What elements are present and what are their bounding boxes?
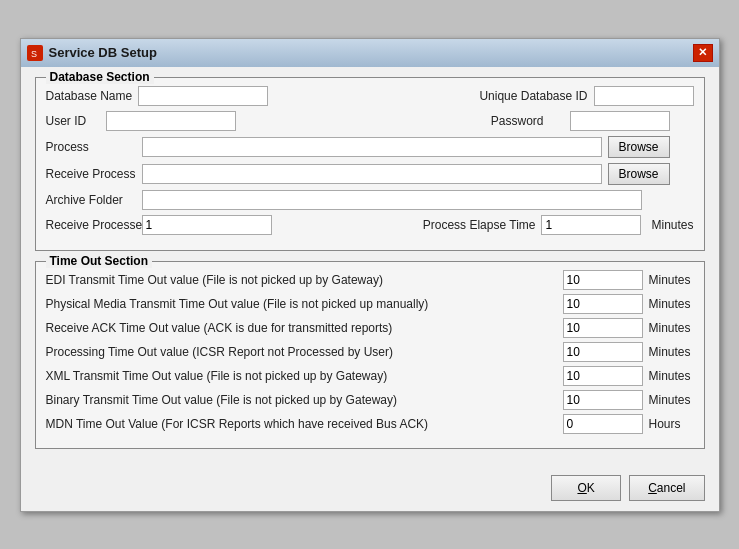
process-label: Process	[46, 140, 136, 154]
user-id-row: User ID Password	[46, 111, 694, 131]
timeout-row: Binary Transmit Time Out value (File is …	[46, 390, 694, 410]
process-input[interactable]	[142, 137, 602, 157]
timeout-row-label: Binary Transmit Time Out value (File is …	[46, 393, 557, 407]
timeout-row-label: EDI Transmit Time Out value (File is not…	[46, 273, 557, 287]
timeout-row-label: XML Transmit Time Out value (File is not…	[46, 369, 557, 383]
recv-procs-row: Receive Processes Process Elapse Time Mi…	[46, 215, 694, 235]
timeout-row: Processing Time Out value (ICSR Report n…	[46, 342, 694, 362]
password-input[interactable]	[570, 111, 670, 131]
unique-id-label: Unique Database ID	[479, 89, 587, 103]
elapse-input[interactable]	[541, 215, 641, 235]
timeout-value-input[interactable]	[563, 366, 643, 386]
db-name-row: Database Name Unique Database ID	[46, 86, 694, 106]
recv-procs-label: Receive Processes	[46, 218, 136, 232]
timeout-row-label: Physical Media Transmit Time Out value (…	[46, 297, 557, 311]
timeout-row-label: Receive ACK Time Out value (ACK is due f…	[46, 321, 557, 335]
archive-row: Archive Folder	[46, 190, 694, 210]
cancel-button[interactable]: Cancel	[629, 475, 704, 501]
app-icon: S	[27, 45, 43, 61]
timeout-rows: EDI Transmit Time Out value (File is not…	[46, 270, 694, 434]
bottom-bar: OK Cancel	[21, 469, 719, 511]
timeout-row: EDI Transmit Time Out value (File is not…	[46, 270, 694, 290]
receive-process-label: Receive Process	[46, 167, 136, 181]
timeout-value-input[interactable]	[563, 318, 643, 338]
elapse-minutes-label: Minutes	[651, 218, 693, 232]
receive-browse-button[interactable]: Browse	[608, 163, 670, 185]
timeout-unit-label: Minutes	[649, 321, 694, 335]
timeout-unit-label: Minutes	[649, 393, 694, 407]
database-section-title: Database Section	[46, 70, 154, 84]
timeout-value-input[interactable]	[563, 414, 643, 434]
timeout-section-title: Time Out Section	[46, 254, 152, 268]
db-name-label: Database Name	[46, 89, 133, 103]
user-id-label: User ID	[46, 114, 87, 128]
timeout-unit-label: Hours	[649, 417, 694, 431]
password-label: Password	[491, 114, 544, 128]
ok-label: OK	[577, 481, 594, 495]
timeout-row-label: MDN Time Out Value (For ICSR Reports whi…	[46, 417, 557, 431]
timeout-row: Receive ACK Time Out value (ACK is due f…	[46, 318, 694, 338]
timeout-unit-label: Minutes	[649, 369, 694, 383]
title-bar: S Service DB Setup ✕	[21, 39, 719, 67]
db-name-input[interactable]	[138, 86, 268, 106]
timeout-value-input[interactable]	[563, 342, 643, 362]
svg-text:S: S	[31, 49, 37, 59]
recv-procs-input[interactable]	[142, 215, 272, 235]
cancel-label: Cancel	[648, 481, 685, 495]
process-row: Process Browse	[46, 136, 694, 158]
content-area: Database Section Database Name Unique Da…	[21, 67, 719, 469]
timeout-value-input[interactable]	[563, 294, 643, 314]
receive-process-input[interactable]	[142, 164, 602, 184]
elapse-label: Process Elapse Time	[423, 218, 536, 232]
timeout-unit-label: Minutes	[649, 297, 694, 311]
user-id-input[interactable]	[106, 111, 236, 131]
timeout-row: XML Transmit Time Out value (File is not…	[46, 366, 694, 386]
title-bar-left: S Service DB Setup	[27, 45, 157, 61]
archive-input[interactable]	[142, 190, 642, 210]
main-window: S Service DB Setup ✕ Database Section Da…	[20, 38, 720, 512]
timeout-row: MDN Time Out Value (For ICSR Reports whi…	[46, 414, 694, 434]
process-browse-button[interactable]: Browse	[608, 136, 670, 158]
ok-button[interactable]: OK	[551, 475, 621, 501]
receive-process-row: Receive Process Browse	[46, 163, 694, 185]
timeout-value-input[interactable]	[563, 270, 643, 290]
timeout-section: Time Out Section EDI Transmit Time Out v…	[35, 261, 705, 449]
archive-label: Archive Folder	[46, 193, 136, 207]
timeout-unit-label: Minutes	[649, 273, 694, 287]
window-title: Service DB Setup	[49, 45, 157, 60]
timeout-row-label: Processing Time Out value (ICSR Report n…	[46, 345, 557, 359]
database-section: Database Section Database Name Unique Da…	[35, 77, 705, 251]
timeout-unit-label: Minutes	[649, 345, 694, 359]
close-button[interactable]: ✕	[693, 44, 713, 62]
unique-id-input[interactable]	[594, 86, 694, 106]
timeout-row: Physical Media Transmit Time Out value (…	[46, 294, 694, 314]
timeout-value-input[interactable]	[563, 390, 643, 410]
